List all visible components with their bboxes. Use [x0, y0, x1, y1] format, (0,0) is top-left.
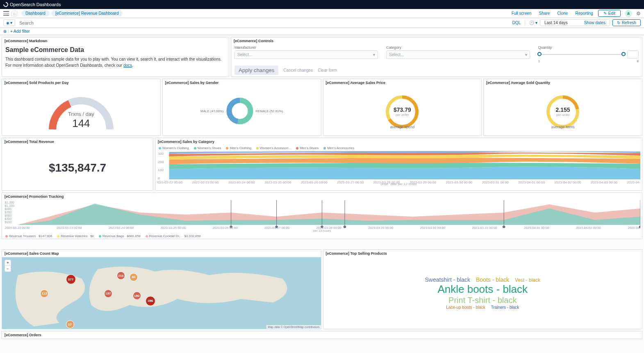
svg-text:2023-03-23 00:00: 2023-03-23 00:00: [57, 226, 82, 230]
panel-avg-qty: [eCommerce] Average Sold Quantity 2.155 …: [483, 79, 642, 136]
brand-text: OpenSearch Dashboards: [10, 2, 61, 7]
panel-orders: [eCommerce] Orders: [2, 331, 642, 339]
svg-text:2023-04-04 00:00: 2023-04-04 00:00: [627, 181, 640, 184]
svg-text:0: 0: [158, 177, 160, 180]
svg-text:100: 100: [158, 169, 164, 172]
show-dates[interactable]: Show dates: [584, 20, 605, 25]
svg-point-41: [344, 226, 346, 228]
category-legend: Women's ClothingWomen's ShoesMen's Cloth…: [155, 145, 642, 151]
panel-promo: [eCommerce] Promotion Tracking $1,200$1,…: [2, 192, 642, 239]
fullscreen-link[interactable]: Full screen: [512, 11, 532, 16]
zoom-in-icon: +: [5, 260, 11, 266]
app-header: OpenSearch Dashboards: [0, 0, 644, 9]
markdown-heading: Sample eCommerce Data: [5, 46, 225, 54]
panel-avg-price: [eCommerce] Average Sales Price $73.79 p…: [323, 79, 482, 136]
nav-bar: ⌂ Dashboard [eCommerce] Revenue Dashboar…: [0, 9, 644, 18]
map-zoom[interactable]: +−: [5, 260, 11, 272]
promo-area-chart: $1,200$1,100$900$700$500$300$100 2023-03…: [4, 200, 640, 232]
chevron-down-icon: ▾: [373, 52, 375, 57]
opensearch-icon: [2, 1, 9, 8]
svg-text:2023-04-03 00:00: 2023-04-03 00:00: [591, 181, 617, 184]
svg-text:200: 200: [158, 161, 164, 164]
crumb-current[interactable]: [eCommerce] Revenue Dashboard: [51, 10, 123, 16]
gender-donut: [225, 97, 254, 125]
panel-controls: [eCommerce] Controls Manufacturer Select…: [231, 37, 642, 77]
clear-link[interactable]: Clear form: [318, 68, 337, 72]
svg-text:2023-03-30 00:00: 2023-03-30 00:00: [446, 181, 472, 184]
clone-link[interactable]: Clone: [557, 11, 568, 16]
home-icon[interactable]: ⌂: [11, 11, 17, 16]
svg-text:2023-03-31 00:00: 2023-03-31 00:00: [482, 181, 509, 184]
share-link[interactable]: Share: [539, 11, 550, 16]
markdown-body: This dashboard contains sample data for …: [5, 56, 225, 68]
panel-gauge: [eCommerce] Sold Products per Day Trxns …: [2, 79, 161, 136]
panel-markdown: [eCommerce] Markdown Sample eCommerce Da…: [2, 37, 229, 77]
svg-text:order_date per 12 hours: order_date per 12 hours: [380, 183, 417, 186]
svg-text:per 12 hours: per 12 hours: [313, 229, 331, 232]
pencil-icon: ✎: [603, 11, 607, 16]
ql-selector[interactable]: ◉ ▾: [3, 19, 15, 26]
filter-bar: ⊕ + Add filter: [0, 28, 644, 35]
avatar[interactable]: a: [625, 10, 632, 17]
revenue-metric: $135,847.7: [2, 145, 153, 190]
menu-icon[interactable]: [3, 11, 9, 16]
promo-legend: Revenue Trousers $147,906Revenue Watches…: [2, 233, 642, 239]
chevron-down-icon: ▾: [525, 52, 527, 57]
svg-text:2023-04-03 00:00: 2023-04-03 00:00: [628, 226, 640, 230]
svg-text:300: 300: [158, 152, 164, 156]
clock-icon[interactable]: 🕘 ▾: [529, 20, 537, 25]
svg-text:2023-03-22 00:00: 2023-03-22 00:00: [5, 226, 30, 230]
sales-map[interactable]: +− 1123775715721394180396 Map data © Ope…: [2, 257, 321, 329]
svg-text:2023-04-01 00:00: 2023-04-01 00:00: [524, 226, 549, 230]
quantity-input[interactable]: [627, 50, 639, 59]
svg-text:2023-03-27 00:00: 2023-03-27 00:00: [264, 226, 289, 230]
category-select[interactable]: Select...▾: [386, 50, 530, 59]
svg-text:$100: $100: [5, 220, 11, 224]
svg-text:2023-03-25 00:00: 2023-03-25 00:00: [264, 181, 291, 184]
panel-map: [eCommerce] Sales Count Map +− 112377571…: [2, 249, 321, 329]
panel-sales-category: [eCommerce] Sales by Category Women's Cl…: [155, 138, 642, 191]
filter-icon[interactable]: ⊕: [3, 29, 7, 34]
svg-text:2023-03-24 00:00: 2023-03-24 00:00: [228, 181, 255, 184]
add-filter[interactable]: + Add filter: [10, 29, 30, 34]
gear-icon[interactable]: ⚙: [636, 11, 641, 16]
svg-text:2023-03-23 00:00: 2023-03-23 00:00: [192, 181, 218, 184]
svg-text:2023-03-26 00:00: 2023-03-26 00:00: [212, 226, 237, 230]
panel-gender: [eCommerce] Sales by Gender MALE (47.09%…: [162, 79, 321, 136]
breadcrumb: Dashboard [eCommerce] Revenue Dashboard: [21, 10, 123, 16]
svg-text:2023-03-30 00:00: 2023-03-30 00:00: [420, 226, 445, 230]
svg-text:2023-03-25 00:00: 2023-03-25 00:00: [161, 226, 186, 230]
dql-label[interactable]: DQL: [512, 20, 521, 25]
crumb-dashboard[interactable]: Dashboard: [21, 10, 50, 16]
svg-text:2023-03-22 00:00: 2023-03-22 00:00: [157, 181, 182, 184]
wordcloud: Sweatshirt - blackBoots - blackVest - bl…: [323, 257, 642, 329]
svg-text:2023-03-29 00:00: 2023-03-29 00:00: [368, 226, 393, 230]
zoom-out-icon: −: [5, 266, 11, 272]
svg-text:2023-03-24 00:00: 2023-03-24 00:00: [109, 226, 134, 230]
svg-text:2023-03-31 00:00: 2023-03-31 00:00: [472, 226, 497, 230]
panel-total-revenue: [eCommerce] Total Revenue $135,847.7: [2, 138, 153, 191]
search-input[interactable]: [18, 20, 510, 26]
edit-button[interactable]: ✎ Edit: [598, 10, 621, 17]
docs-link[interactable]: docs: [123, 63, 132, 68]
quantity-slider[interactable]: [538, 50, 625, 59]
svg-point-42: [503, 226, 505, 228]
category-area-chart: 3002001000 2023-03-22 00:002023-03-23 00…: [157, 151, 640, 186]
search-bar: ◉ ▾ DQL 🕘 ▾ Last 14 days Show dates ↻ Re…: [0, 18, 644, 28]
svg-text:2023-04-02 00:00: 2023-04-02 00:00: [576, 226, 601, 230]
reporting-link[interactable]: Reporting: [575, 11, 593, 16]
apply-button[interactable]: Apply changes: [234, 66, 278, 75]
date-range[interactable]: Last 14 days Show dates: [540, 19, 610, 26]
svg-text:2023-03-26 00:00: 2023-03-26 00:00: [301, 181, 328, 184]
svg-text:2023-04-01 00:00: 2023-04-01 00:00: [518, 181, 545, 184]
refresh-button[interactable]: ↻ Refresh: [612, 19, 641, 26]
manufacturer-select[interactable]: Select...▾: [234, 50, 378, 59]
svg-text:2023-03-27 00:00: 2023-03-27 00:00: [337, 181, 364, 184]
refresh-icon: ↻: [617, 20, 620, 25]
cancel-link[interactable]: Cancel changes: [283, 68, 313, 72]
brand-logo[interactable]: OpenSearch Dashboards: [3, 2, 61, 7]
svg-text:2023-04-02 00:00: 2023-04-02 00:00: [555, 181, 581, 184]
panel-top-products: [eCommerce] Top Selling Products Sweatsh…: [323, 249, 643, 329]
